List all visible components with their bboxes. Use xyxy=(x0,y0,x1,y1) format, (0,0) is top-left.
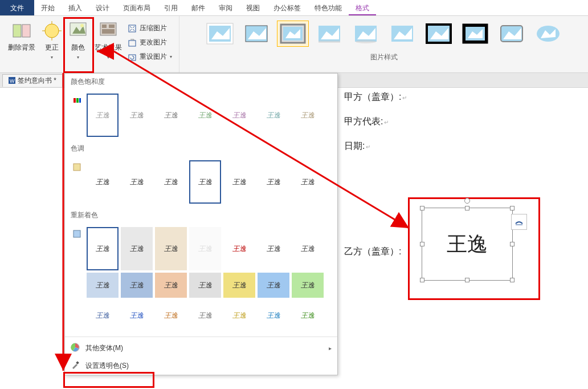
reset-pic-icon xyxy=(128,52,137,62)
resize-handle-w[interactable] xyxy=(420,242,424,246)
tone-swatch-5[interactable]: 王逸 xyxy=(223,160,255,204)
menu-home[interactable]: 开始 xyxy=(34,0,62,15)
recolor-dark4[interactable]: 王逸 xyxy=(189,300,221,331)
recolor-bw25[interactable]: 王逸 xyxy=(223,227,255,270)
picture-style-9[interactable] xyxy=(496,21,528,47)
recolor-gray[interactable]: 王逸 xyxy=(121,227,153,270)
picture-style-6[interactable] xyxy=(386,21,418,47)
menu-file[interactable]: 文件 xyxy=(0,0,34,15)
tone-swatch-7[interactable]: 王逸 xyxy=(292,160,324,204)
picture-style-2[interactable] xyxy=(240,21,272,47)
remove-bg-icon xyxy=(12,21,31,40)
recolor-dark5[interactable]: 王逸 xyxy=(223,300,255,331)
saturation-swatch-2[interactable]: 王逸 xyxy=(121,94,153,137)
recolor-accent6[interactable]: 王逸 xyxy=(258,273,289,298)
picture-style-7[interactable] xyxy=(423,21,455,47)
recolor-accent2[interactable]: 王逸 xyxy=(121,273,153,298)
menu-design[interactable]: 设计 xyxy=(89,0,116,15)
tone-swatch-6[interactable]: 王逸 xyxy=(258,160,289,204)
picture-style-8[interactable] xyxy=(459,21,491,47)
resize-handle-nw[interactable] xyxy=(420,206,424,210)
layout-options-button[interactable] xyxy=(511,214,527,230)
picture-style-5[interactable] xyxy=(350,21,382,47)
resize-handle-e[interactable] xyxy=(510,242,514,246)
recolor-accent1[interactable]: 王逸 xyxy=(87,273,119,298)
resize-handle-n[interactable] xyxy=(465,206,469,210)
set-transparent-menuitem[interactable]: 设置透明色(S) xyxy=(65,357,337,375)
picture-style-4[interactable] xyxy=(313,21,345,47)
picture-styles-label: 图片样式 xyxy=(370,52,398,62)
recolor-dark1[interactable]: 王逸 xyxy=(87,300,119,331)
rotation-handle[interactable] xyxy=(464,198,470,204)
menu-format[interactable]: 格式 xyxy=(349,0,376,15)
inserted-signature-image[interactable]: 王逸 xyxy=(422,208,513,281)
recolor-dark3[interactable]: 王逸 xyxy=(155,300,187,331)
resize-handle-ne[interactable] xyxy=(510,206,514,210)
party-a-rep-line: 甲方代表:↵ xyxy=(344,116,583,128)
ribbon-group-adjust: 删除背景 更正 ▾ 颜色 ▾ 艺术效果 ▾ 压缩图片 xyxy=(0,16,179,72)
svg-rect-12 xyxy=(109,25,115,28)
menu-review[interactable]: 审阅 xyxy=(212,0,239,15)
tone-swatch-2[interactable]: 王逸 xyxy=(121,160,153,204)
menu-mailings[interactable]: 邮件 xyxy=(185,0,212,15)
tone-swatch-4[interactable]: 王逸 xyxy=(189,160,221,204)
corrections-label: 更正 xyxy=(45,43,59,52)
recolor-dark2[interactable]: 王逸 xyxy=(121,300,153,331)
document-tab[interactable]: W 签约意向书 * xyxy=(2,74,63,87)
menu-insert[interactable]: 插入 xyxy=(62,0,89,15)
corrections-button[interactable]: 更正 ▾ xyxy=(39,19,65,69)
chevron-down-icon: ▾ xyxy=(77,55,79,60)
menu-office-tab[interactable]: 办公标签 xyxy=(267,0,308,15)
saturation-swatch-5[interactable]: 王逸 xyxy=(223,94,255,137)
picture-style-3[interactable] xyxy=(277,21,309,47)
compress-pictures-button[interactable]: 压缩图片 xyxy=(125,22,174,34)
saturation-swatch-4[interactable]: 王逸 xyxy=(189,94,221,137)
menu-view[interactable]: 视图 xyxy=(239,0,267,15)
svg-rect-46 xyxy=(79,98,81,103)
svg-rect-14 xyxy=(129,25,136,32)
resize-handle-se[interactable] xyxy=(510,278,514,282)
saturation-section-label: 颜色饱和度 xyxy=(65,74,337,90)
picture-style-1[interactable] xyxy=(204,21,236,47)
recolor-dark6[interactable]: 王逸 xyxy=(258,300,289,331)
ribbon: 删除背景 更正 ▾ 颜色 ▾ 艺术效果 ▾ 压缩图片 xyxy=(0,16,588,73)
saturation-swatch-1[interactable]: 王逸 xyxy=(87,94,119,137)
recolor-bw75[interactable]: 王逸 xyxy=(292,227,324,270)
tone-swatch-3[interactable]: 王逸 xyxy=(155,160,187,204)
chevron-down-icon: ▾ xyxy=(170,54,172,59)
menu-layout[interactable]: 页面布局 xyxy=(116,0,157,15)
recolor-accent5[interactable]: 王逸 xyxy=(223,273,255,298)
recolor-info-icon xyxy=(68,226,85,332)
change-pic-label: 更改图片 xyxy=(140,38,167,47)
selected-image-region: 王逸 xyxy=(408,197,540,300)
svg-point-30 xyxy=(356,40,376,43)
eyedropper-icon xyxy=(71,360,80,371)
saturation-info-icon xyxy=(68,92,85,138)
change-pic-icon xyxy=(128,38,137,47)
recolor-accent7[interactable]: 王逸 xyxy=(292,273,324,298)
recolor-none[interactable]: 王逸 xyxy=(87,227,119,270)
change-picture-button[interactable]: 更改图片 xyxy=(125,37,174,48)
other-variants-menuitem[interactable]: 其他变体(M) ▸ xyxy=(65,339,337,357)
resize-handle-s[interactable] xyxy=(465,278,469,282)
saturation-swatch-7[interactable]: 王逸 xyxy=(292,94,324,137)
saturation-swatch-3[interactable]: 王逸 xyxy=(155,94,187,137)
saturation-swatch-6[interactable]: 王逸 xyxy=(258,94,289,137)
layout-options-icon xyxy=(514,217,524,227)
menu-references[interactable]: 引用 xyxy=(157,0,185,15)
tone-swatch-1[interactable]: 王逸 xyxy=(87,160,119,204)
reset-picture-button[interactable]: 重设图片 ▾ xyxy=(125,51,174,63)
color-button[interactable]: 颜色 ▾ xyxy=(65,19,91,69)
menu-special[interactable]: 特色功能 xyxy=(308,0,349,15)
picture-style-10[interactable] xyxy=(532,21,564,47)
recolor-bw50[interactable]: 王逸 xyxy=(258,227,289,270)
recolor-accent3[interactable]: 王逸 xyxy=(155,273,187,298)
recolor-dark7[interactable]: 王逸 xyxy=(292,300,324,331)
artistic-effects-button[interactable]: 艺术效果 ▾ xyxy=(91,19,125,69)
color-icon xyxy=(68,21,88,40)
recolor-sepia[interactable]: 王逸 xyxy=(155,227,187,270)
resize-handle-sw[interactable] xyxy=(420,278,424,282)
recolor-accent4[interactable]: 王逸 xyxy=(189,273,221,298)
recolor-washout[interactable]: 王逸 xyxy=(189,227,221,270)
remove-background-button[interactable]: 删除背景 xyxy=(5,19,39,69)
